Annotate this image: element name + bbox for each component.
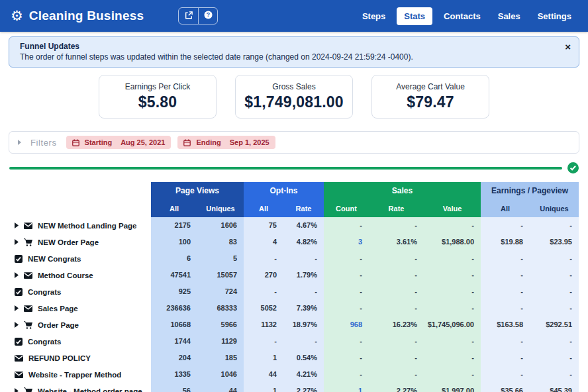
funnel-updates-alert: Funnel Updates The order of funnel steps…: [9, 36, 579, 68]
calendar-icon: [183, 139, 191, 146]
calendar-icon: [72, 139, 79, 146]
column-header-all: All: [151, 199, 197, 217]
cell-sales-count[interactable]: 1: [324, 383, 369, 392]
cell-sales-rate: -: [369, 283, 424, 300]
column-header-rate: Rate: [283, 199, 324, 217]
cell-pageviews-all: 1744: [151, 333, 197, 350]
cell-earnings-all: -: [481, 333, 530, 350]
funnel-step-name[interactable]: REFUND POLICY: [0, 350, 151, 366]
nav-item-stats[interactable]: Stats: [397, 7, 432, 25]
kpi-label: Average Cart Value: [396, 82, 465, 91]
cell-earnings-all: -: [481, 300, 530, 317]
funnel-step-name[interactable]: Website - Method order page: [0, 383, 151, 392]
cell-pageviews-uniques: 185: [197, 350, 244, 366]
caret-icon[interactable]: [15, 388, 19, 392]
funnel-stats-table: Page ViewsOpt-InsSalesEarnings / Pagevie…: [0, 182, 579, 392]
step-label: Website - Method order page: [38, 387, 142, 392]
caret-icon[interactable]: [15, 239, 19, 245]
cell-earnings-uniques: -: [530, 283, 579, 300]
cell-earnings-uniques: -: [530, 217, 579, 234]
funnel-step-name[interactable]: Congrats: [0, 283, 151, 300]
cell-earnings-all: $163.58: [481, 317, 530, 333]
cell-sales-value: -: [424, 267, 481, 283]
column-group-page-views: Page Views: [151, 182, 244, 199]
cell-optins-all: 5052: [244, 300, 283, 317]
cell-pageviews-all: 925: [151, 283, 197, 300]
cell-earnings-all: -: [481, 250, 530, 267]
envelope-icon: [24, 305, 32, 312]
funnel-step-name[interactable]: Website - Trapper Method: [0, 366, 151, 383]
date-filter-badge-starting[interactable]: StartingAug 25, 2021: [66, 136, 172, 149]
cell-optins-all: -: [244, 250, 283, 267]
cell-pageviews-uniques: 5: [197, 250, 244, 267]
cell-sales-rate: -: [369, 217, 424, 234]
caret-icon[interactable]: [15, 272, 19, 278]
cell-optins-rate: 1.79%: [283, 267, 324, 283]
badge-value: Aug 25, 2021: [121, 138, 165, 146]
nav-item-settings[interactable]: Settings: [532, 7, 577, 25]
kpi-label: Gross Sales: [272, 82, 315, 91]
nav-item-contacts[interactable]: Contacts: [438, 7, 487, 25]
column-header-all: All: [481, 199, 530, 217]
cell-sales-value: $1,988.00: [424, 234, 481, 250]
nav-item-sales[interactable]: Sales: [492, 7, 526, 25]
funnel-step-name[interactable]: Sales Page: [0, 300, 151, 317]
funnel-step-name[interactable]: Order Page: [0, 317, 151, 333]
filters-bar[interactable]: Filters StartingAug 25, 2021EndingSep 1,…: [9, 131, 579, 154]
funnel-step-name[interactable]: Congrats: [0, 333, 151, 350]
alert-title: Funnel Updates: [20, 42, 555, 51]
open-external-button[interactable]: [179, 8, 198, 24]
cell-optins-all: -: [244, 283, 283, 300]
cell-sales-count[interactable]: 3: [324, 234, 369, 250]
cell-sales-rate: -: [369, 300, 424, 317]
page: ⚙ Cleaning Business ? StepsSt: [0, 0, 588, 392]
funnel-step-name[interactable]: NEW Order Page: [0, 234, 151, 250]
date-filter-badge-ending[interactable]: EndingSep 1, 2025: [177, 136, 275, 149]
checkbox-icon: [15, 288, 23, 296]
cell-sales-value: -: [424, 333, 481, 350]
funnel-step-name[interactable]: Method Course: [0, 267, 151, 283]
kpi-card: Gross Sales$1,749,081.00: [235, 75, 353, 119]
cell-pageviews-uniques: 1606: [197, 217, 244, 234]
step-label: NEW Order Page: [38, 238, 99, 246]
nav-menu: StepsStatsContactsSalesSettings: [356, 7, 577, 25]
cell-sales-count: -: [324, 267, 369, 283]
cell-pageviews-all: 10668: [151, 317, 197, 333]
cell-pageviews-all: 2175: [151, 217, 197, 234]
caret-icon[interactable]: [15, 305, 19, 311]
close-icon[interactable]: ×: [565, 42, 571, 52]
funnel-step-name[interactable]: NEW Method Landing Page: [0, 217, 151, 234]
cell-earnings-uniques: $45.39: [530, 383, 579, 392]
cell-pageviews-uniques: 1046: [197, 366, 244, 383]
caret-icon[interactable]: [15, 322, 19, 328]
filter-badges: StartingAug 25, 2021EndingSep 1, 2025: [66, 136, 275, 149]
cell-pageviews-uniques: 83: [197, 234, 244, 250]
checkbox-icon: [15, 255, 23, 263]
nav-item-steps[interactable]: Steps: [356, 7, 391, 25]
cell-pageviews-uniques: 724: [197, 283, 244, 300]
cell-optins-all: -: [244, 333, 283, 350]
cell-optins-rate: -: [283, 250, 324, 267]
cell-earnings-uniques: -: [530, 267, 579, 283]
step-label: NEW Method Landing Page: [38, 222, 137, 230]
brand: ⚙ Cleaning Business: [11, 9, 144, 23]
column-group-sales: Sales: [324, 182, 481, 199]
caret-icon[interactable]: [15, 222, 19, 228]
kpi-value: $1,749,081.00: [244, 93, 344, 111]
cell-sales-count: -: [324, 300, 369, 317]
badge-label: Ending: [196, 138, 220, 146]
cell-sales-value: -: [424, 366, 481, 383]
funnel-step-name[interactable]: NEW Congrats: [0, 250, 151, 267]
cell-optins-all: 1: [244, 383, 283, 392]
svg-text:?: ?: [207, 11, 210, 18]
column-group-earnings-pageview: Earnings / Pageview: [481, 182, 579, 199]
help-icon: ?: [204, 11, 213, 21]
cell-optins-all: 44: [244, 366, 283, 383]
help-button[interactable]: ?: [198, 8, 217, 24]
cell-optins-rate: 4.67%: [283, 217, 324, 234]
filters-expand-caret-icon[interactable]: [18, 140, 21, 145]
cell-optins-all: 270: [244, 267, 283, 283]
cell-sales-count[interactable]: 968: [324, 317, 369, 333]
column-group-opt-ins: Opt-Ins: [244, 182, 324, 199]
column-header-uniques: Uniques: [197, 199, 244, 217]
